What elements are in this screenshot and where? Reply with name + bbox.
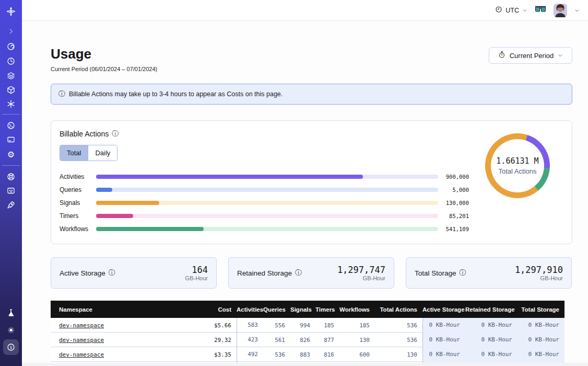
storage-card-label: Active Storageⓘ xyxy=(60,268,115,278)
labs-flask-icon[interactable] xyxy=(4,306,18,319)
bar-fill xyxy=(96,188,112,192)
column-header-signals: Signals xyxy=(290,306,315,313)
column-header-namespace: Namespace xyxy=(51,306,186,313)
cell-signals: 883 xyxy=(290,351,315,358)
settings-gear-icon[interactable]: ⚙ xyxy=(4,147,18,161)
info-icon: ⓘ xyxy=(58,89,65,99)
cell-queries: 561 xyxy=(263,337,290,344)
info-icon[interactable]: ⓘ xyxy=(295,268,302,278)
timezone-selector[interactable]: UTC xyxy=(495,6,527,15)
namespace-usage-table: NamespaceCostActivitiesQueriesSignalsTim… xyxy=(51,301,565,366)
bar-fill xyxy=(96,227,204,231)
cell-timers: 185 xyxy=(315,322,339,329)
namespace-link[interactable]: dev-namespace xyxy=(59,337,104,344)
chevron-down-icon xyxy=(558,53,563,58)
tab-daily[interactable]: Daily xyxy=(88,145,117,161)
cell-total-storage: 0 KB-Hour xyxy=(518,347,565,362)
bar-fill xyxy=(96,214,133,218)
glasses-icon[interactable] xyxy=(535,6,546,15)
cell-queries: 536 xyxy=(263,351,290,358)
usage-gauge-icon[interactable] xyxy=(4,119,18,132)
storage-card-total-storage: Total Storageⓘ 1,297,910 GB-Hour xyxy=(406,257,572,289)
bar-chart-row: Workflows 541,109 xyxy=(51,223,573,236)
sidebar-divider xyxy=(2,165,20,166)
page-subtitle: Current Period (06/01/2024 – 07/01/2024) xyxy=(51,66,157,72)
stopwatch-icon xyxy=(498,51,505,60)
info-banner: ⓘ Billable Actions may take up to 3-4 ho… xyxy=(51,84,572,105)
getting-started-rocket-icon[interactable] xyxy=(4,198,18,212)
cell-workflows: 600 xyxy=(339,351,375,358)
bar-value: 541,109 xyxy=(440,226,469,232)
billable-actions-title: Billable Actions ⓘ xyxy=(60,129,119,139)
cell-workflows: 185 xyxy=(339,322,375,329)
bar-label: Activities xyxy=(60,173,84,180)
page-title: Usage xyxy=(51,46,91,62)
storage-summary-row: Active Storageⓘ 164 GB-Hour Retained Sto… xyxy=(51,257,572,289)
cell-total-storage: 0 KB-Hour xyxy=(518,333,565,347)
storage-card-unit: GB-Hour xyxy=(337,275,385,281)
storage-card-value: 1,297,747 xyxy=(337,265,385,275)
table-row: dev-namespace29.324235618268771305360 KB… xyxy=(51,333,565,347)
support-lifebuoy-icon[interactable] xyxy=(4,170,18,184)
cell-activities: 492 xyxy=(237,347,263,362)
column-header-queries: Queries xyxy=(263,306,290,313)
sidebar-divider xyxy=(2,114,20,115)
info-icon[interactable]: ⓘ xyxy=(112,129,119,139)
storage-card-unit: GB-Hour xyxy=(185,275,208,281)
user-avatar[interactable] xyxy=(554,4,567,17)
banner-text: Billable Actions may take up to 3-4 hour… xyxy=(69,90,283,98)
svg-text:$: $ xyxy=(10,345,13,350)
billing-card-icon[interactable] xyxy=(4,133,18,146)
chevron-down-icon[interactable] xyxy=(574,8,580,13)
table-header-row: NamespaceCostActivitiesQueriesSignalsTim… xyxy=(51,301,565,318)
cell-active-storage: 0 KB-Hour xyxy=(422,333,465,347)
cell-timers: 877 xyxy=(315,337,339,344)
cell-retained-storage: 0 KB-Hour xyxy=(465,333,518,347)
cell-active-storage: 0 KB-Hour xyxy=(422,347,465,362)
deployments-icon[interactable] xyxy=(4,83,18,97)
bar-track xyxy=(96,188,438,192)
cell-queries: 556 xyxy=(263,322,290,329)
column-header-retained-storage: Retained Storage xyxy=(465,306,518,313)
bar-value: 900,000 xyxy=(440,174,469,180)
cell-active-storage: 0 KB-Hour xyxy=(422,318,465,333)
cell-total-actions: 536 xyxy=(375,337,422,344)
namespace-link[interactable]: dev-namespace xyxy=(59,322,104,329)
cell-activities: 423 xyxy=(237,333,263,347)
nexus-icon[interactable] xyxy=(4,97,18,111)
info-icon[interactable]: ⓘ xyxy=(460,268,466,278)
bottom-scroll-strip[interactable] xyxy=(22,363,588,366)
bar-track xyxy=(96,227,438,231)
namespace-link[interactable]: dev-namespace xyxy=(59,351,104,358)
schedules-icon[interactable] xyxy=(4,54,18,68)
temporal-logo-icon[interactable] xyxy=(4,5,18,18)
column-header-timers: Timers xyxy=(315,306,339,313)
namespaces-icon[interactable] xyxy=(4,40,18,53)
donut-total-label: Total Actions xyxy=(499,167,537,175)
expand-chevron-icon[interactable] xyxy=(4,25,18,38)
table-row: dev-namespace$5.665835569941851855360 KB… xyxy=(51,318,565,333)
storage-card-value: 164 xyxy=(185,265,208,275)
cell-total-storage: 0 KB-Hour xyxy=(518,318,565,333)
cell-retained-storage: 0 KB-Hour xyxy=(465,347,518,362)
column-header-activities: Activities xyxy=(237,306,263,313)
info-icon[interactable]: ⓘ xyxy=(109,268,115,278)
tab-total[interactable]: Total xyxy=(60,145,88,161)
table-row: dev-namespace$3.354925368838166001300 KB… xyxy=(51,347,565,362)
column-header-active-storage: Active Storage xyxy=(422,306,465,313)
bar-chart-row: Signals 130,000 xyxy=(51,197,573,210)
bar-track xyxy=(96,201,438,205)
cell-signals: 994 xyxy=(290,322,315,329)
theme-sun-icon[interactable]: ☀ xyxy=(4,323,18,337)
feedback-monitor-icon[interactable] xyxy=(4,184,18,198)
period-selector-button[interactable]: Current Period xyxy=(489,47,572,64)
bar-fill xyxy=(96,201,159,205)
bar-chart-row: Timers 85,201 xyxy=(51,210,573,223)
billing-coin-button[interactable]: $ xyxy=(3,339,19,355)
bar-value: 5,000 xyxy=(440,187,469,193)
layers-icon[interactable] xyxy=(4,69,18,83)
cell-cost: $5.66 xyxy=(186,322,237,329)
clock-icon xyxy=(495,6,502,15)
column-header-total-storage: Total Storage xyxy=(518,306,565,313)
bar-value: 85,201 xyxy=(440,213,469,219)
